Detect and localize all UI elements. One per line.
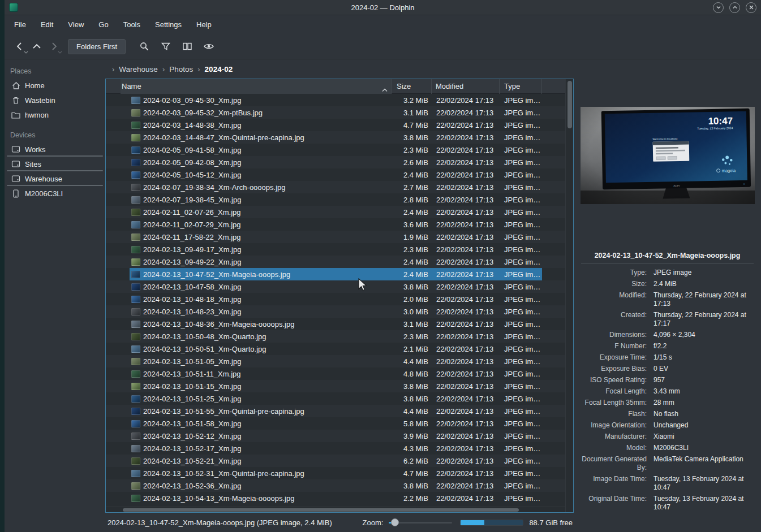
horizontal-scrollbar-thumb[interactable] <box>123 508 519 512</box>
table-row[interactable]: 2024-02-13_10-52-31_Xm-Quintal-pre-capin… <box>106 467 565 479</box>
column-header-name[interactable]: Name <box>121 79 392 94</box>
file-modified: 22/02/2024 17:13 <box>432 283 500 291</box>
metadata-label: Original Date Time: <box>580 495 647 512</box>
metadata-row: Flash: No flash <box>580 410 755 418</box>
file-type: JPEG im… <box>500 109 542 117</box>
breadcrumb-photos[interactable]: Photos <box>168 64 194 75</box>
table-row[interactable]: 2024-02-13_10-51-25_Xm.jpg 3.8 MiB 22/02… <box>106 392 565 405</box>
table-row[interactable]: 2024-02-13_09-49-22_Xm.jpg 2.4 MiB 22/02… <box>106 256 565 268</box>
column-header-modified[interactable]: Modified <box>432 79 500 94</box>
file-thumbnail <box>131 333 140 340</box>
column-header-type[interactable]: Type <box>500 79 542 94</box>
breadcrumb-warehouse[interactable]: Warehouse <box>118 64 159 75</box>
back-button[interactable] <box>11 37 28 55</box>
sidebar-item-works[interactable]: Works <box>5 142 105 157</box>
file-size: 2.4 MiB <box>392 208 432 217</box>
menu-edit[interactable]: Edit <box>33 15 61 34</box>
table-row[interactable]: 2024-02-13_10-51-55_Xm-Quintal-pre-capin… <box>106 405 565 417</box>
table-row[interactable]: 2024-02-05_10-45-12_Xm.jpg 2.4 MiB 22/02… <box>106 168 565 181</box>
horizontal-scrollbar[interactable] <box>106 507 565 512</box>
file-type: JPEG im… <box>500 469 542 478</box>
table-row[interactable]: 2024-02-13_10-48-36_Xm-Mageia-oooops.jpg… <box>106 318 565 330</box>
breadcrumb: › Warehouse › Photos › 2024-02 <box>105 59 761 79</box>
file-name: 2024-02-13_10-48-18_Xm.jpg <box>142 295 392 304</box>
table-row[interactable]: 2024-02-13_09-49-17_Xm.jpg 2.3 MiB 22/02… <box>106 243 565 256</box>
metadata-label: Image Date Time: <box>580 475 647 492</box>
up-button[interactable] <box>28 37 45 55</box>
file-size: 4.7 MiB <box>392 121 432 129</box>
table-row[interactable]: 2024-02-11_02-07-29_Xm.jpg 3.6 MiB 22/02… <box>106 218 565 231</box>
menu-view[interactable]: View <box>61 15 91 34</box>
file-size: 1.9 MiB <box>392 233 432 241</box>
menu-file[interactable]: File <box>7 15 33 34</box>
table-row[interactable]: 2024-02-13_10-54-13_Xm-Mageia-oooops.jpg… <box>106 492 565 504</box>
forward-button[interactable] <box>45 37 62 55</box>
table-row[interactable]: 2024-02-13_10-52-12_Xm.jpg 3.9 MiB 22/02… <box>106 430 565 442</box>
table-row[interactable]: 2024-02-13_10-50-51_Xm-Quarto.jpg 2.1 Mi… <box>106 343 565 355</box>
file-size: 3.1 MiB <box>392 109 432 117</box>
sidebar-item-home[interactable]: Home <box>5 78 105 93</box>
table-row[interactable]: 2024-02-13_10-47-58_Xm.jpg 3.8 MiB 22/02… <box>106 280 565 293</box>
table-row[interactable]: 2024-02-11_17-58-22_Xm.jpg 1.9 MiB 22/02… <box>106 231 565 243</box>
zoom-slider-handle[interactable] <box>391 518 399 526</box>
phone-icon <box>11 189 20 198</box>
file-size: 2.2 MiB <box>392 494 432 503</box>
menu-tools[interactable]: Tools <box>116 15 148 34</box>
table-row[interactable]: 2024-02-13_10-52-36_Xm.jpg 3.8 MiB 22/02… <box>106 479 565 492</box>
file-list-rows: 2024-02-03_09-45-30_Xm.jpg 3.2 MiB 22/02… <box>106 94 565 507</box>
table-row[interactable]: 2024-02-03_09-45-30_Xm.jpg 3.2 MiB 22/02… <box>106 94 565 106</box>
minimize-button[interactable] <box>713 2 724 13</box>
table-row[interactable]: 2024-02-07_19-38-45_Xm.jpg 2.8 MiB 22/02… <box>106 193 565 206</box>
menu-settings[interactable]: Settings <box>148 15 189 34</box>
search-icon[interactable] <box>136 37 153 55</box>
sidebar-item-sites[interactable]: Sites <box>5 157 105 171</box>
file-type: JPEG im… <box>500 196 542 204</box>
table-row[interactable]: 2024-02-11_02-07-26_Xm.jpg 2.4 MiB 22/02… <box>106 206 565 218</box>
zoom-slider[interactable] <box>389 517 452 527</box>
file-name: 2024-02-13_10-51-25_Xm.jpg <box>142 395 392 403</box>
table-row[interactable]: 2024-02-07_19-38-34_Xm-Arch-oooops.jpg 2… <box>106 181 565 193</box>
table-row[interactable]: 2024-02-13_10-51-58_Xm.jpg 5.8 MiB 22/02… <box>106 417 565 430</box>
breadcrumb-current[interactable]: 2024-02 <box>204 64 234 75</box>
table-row[interactable]: 2024-02-05_09-41-58_Xm.jpg 2.3 MiB 22/02… <box>106 144 565 156</box>
sort-order-button[interactable]: Folders First <box>68 39 126 54</box>
column-header-size[interactable]: Size <box>392 79 432 94</box>
table-row[interactable]: 2024-02-13_10-52-17_Xm.jpg 4.3 MiB 22/02… <box>106 442 565 455</box>
vertical-scrollbar-thumb[interactable] <box>567 81 572 128</box>
table-row[interactable]: 2024-02-13_10-51-05_Xm.jpg 4.4 MiB 22/02… <box>106 355 565 367</box>
sidebar-item-warehouse[interactable]: Warehouse <box>5 171 105 186</box>
table-row[interactable]: 2024-02-13_10-51-15_Xm.jpg 3.8 MiB 22/02… <box>106 380 565 392</box>
menu-help[interactable]: Help <box>189 15 219 34</box>
close-button[interactable] <box>746 2 756 13</box>
table-row[interactable]: 2024-02-03_14-48-38_Xm.jpg 4.7 MiB 22/02… <box>106 119 565 131</box>
table-row[interactable]: 2024-02-13_10-48-18_Xm.jpg 2.0 MiB 22/02… <box>106 293 565 305</box>
file-name: 2024-02-13_10-52-31_Xm-Quintal-pre-capin… <box>142 469 392 478</box>
maximize-button[interactable] <box>729 2 740 13</box>
drive-icon <box>11 145 20 154</box>
sidebar-item-m2006c3li[interactable]: M2006C3LI <box>5 186 105 201</box>
file-type: JPEG im… <box>500 320 542 328</box>
table-row[interactable]: 2024-02-03_09-45-32_Xm-ptBus.jpg 3.1 MiB… <box>106 106 565 119</box>
file-size: 5.8 MiB <box>392 419 432 428</box>
metadata-row: Exposure Bias: 0 EV <box>580 365 755 373</box>
file-modified: 22/02/2024 17:13 <box>432 320 500 328</box>
table-row[interactable]: 2024-02-05_09-42-08_Xm.jpg 2.6 MiB 22/02… <box>106 156 565 168</box>
metadata-row: Exposure Time: 1/15 s <box>580 353 755 362</box>
table-row[interactable]: 2024-02-13_10-51-11_Xm.jpg 4.8 MiB 22/02… <box>106 367 565 380</box>
sidebar-item-hwmon[interactable]: hwmon <box>5 107 105 122</box>
table-row[interactable]: 2024-02-13_10-48-23_Xm.jpg 3.0 MiB 22/02… <box>106 305 565 318</box>
filter-icon[interactable] <box>157 37 174 55</box>
table-row[interactable]: 2024-02-13_10-52-21_Xm.jpg 6.2 MiB 22/02… <box>106 455 565 467</box>
file-thumbnail <box>131 321 140 328</box>
vertical-scrollbar[interactable] <box>565 79 573 512</box>
table-row[interactable]: 2024-02-03_14-48-47_Xm-Quintal-pre-capin… <box>106 131 565 144</box>
menu-go[interactable]: Go <box>91 15 115 34</box>
sidebar-item-wastebin[interactable]: Wastebin <box>5 93 105 107</box>
metadata-value: f/2.2 <box>653 342 755 351</box>
preview-icon[interactable] <box>200 37 217 55</box>
file-thumbnail <box>131 470 140 477</box>
file-modified: 22/02/2024 17:13 <box>432 345 500 353</box>
table-row[interactable]: 2024-02-13_10-50-48_Xm-Quarto.jpg 2.3 Mi… <box>106 330 565 343</box>
split-view-icon[interactable] <box>179 37 196 55</box>
table-row[interactable]: 2024-02-13_10-47-52_Xm-Mageia-ooops.jpg … <box>106 268 565 280</box>
